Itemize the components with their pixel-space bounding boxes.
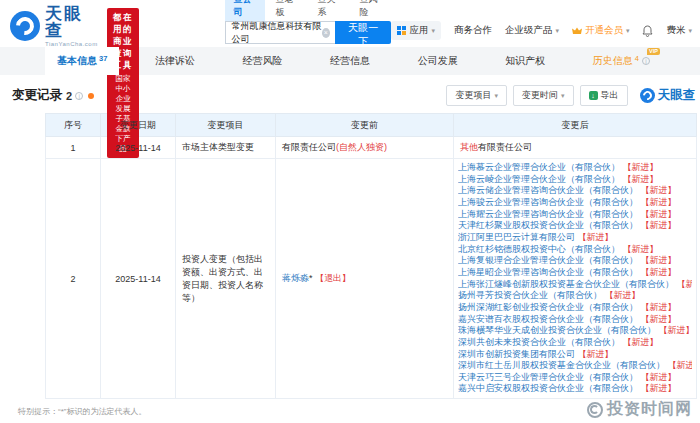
change-after-item: 深圳共创未来投资合伙企业（有限合伙） 【新进】 <box>458 337 692 349</box>
company-link[interactable]: 北京红杉铭德股权投资中心（有限合伙） <box>458 244 620 254</box>
hot-dot-icon <box>88 93 94 99</box>
change-after-item: 上海星昭企业管理咨询合伙企业（有限合伙） 【新进】 <box>458 267 692 279</box>
tianyancha-logo[interactable]: 天眼查 TianYanCha.com <box>10 5 98 47</box>
tab-company-development[interactable]: 公司发展 <box>406 47 470 75</box>
search-tab-relation[interactable]: 查关系 <box>309 0 349 21</box>
company-link[interactable]: 上海耀云企业管理咨询合伙企业（有限合伙） <box>458 209 638 219</box>
cell-no: 2 <box>46 159 101 399</box>
company-link[interactable]: 上海复银理合企业管理合伙企业（有限合伙） <box>458 255 638 265</box>
company-link[interactable]: 上海星昭企业管理咨询合伙企业（有限合伙） <box>458 267 638 277</box>
tianyancha-swirl-icon <box>10 11 40 41</box>
change-after-item: 嘉兴中启安权股权投资合伙企业（有限合伙） 【新进】 <box>458 383 692 395</box>
section-title: 变更记录 <box>12 87 62 104</box>
clear-search-icon[interactable]: × <box>322 28 330 38</box>
tianyancha-swirl-icon <box>640 88 655 103</box>
legal-rep-star: * <box>309 273 313 283</box>
company-link[interactable]: 天津云巧三号企业管理合伙企业（有限合伙） <box>458 372 638 382</box>
company-link[interactable]: 嘉兴中启安权股权投资合伙企业（有限合伙） <box>458 383 638 393</box>
new-entry-tag: 【新进】 <box>602 290 641 300</box>
vip-badge: VIP <box>647 48 660 55</box>
company-link[interactable]: 上海云崚企业管理合伙企业（有限合伙） <box>458 174 620 184</box>
enterprise-product-menu[interactable]: 企业级产品 ▾ <box>505 24 559 37</box>
search-tab-risk[interactable]: 查风险 <box>351 0 391 21</box>
business-cooperation-link[interactable]: 商务合作 <box>454 24 492 37</box>
new-entry-tag: 【新进】 <box>674 279 692 289</box>
new-entry-tag: 【新进】 <box>638 314 677 324</box>
col-header-no: 序号 <box>46 114 101 137</box>
company-link[interactable]: 扬州深湖红影创业投资合伙企业（有限合伙） <box>458 302 638 312</box>
tab-label: 公司发展 <box>418 54 458 68</box>
filter-change-time-button[interactable]: 变更时间 ▾ <box>513 85 574 106</box>
watermark-brand-text: 天眼查 <box>658 87 696 104</box>
cell-item: 投资人变更（包括出资额、出资方式、出资日期、投资人名称等） <box>176 159 276 399</box>
company-link[interactable]: 深圳共创未来投资合伙企业（有限合伙） <box>458 337 620 347</box>
change-after-item: 浙江阿里巴巴云计算有限公司 【新进】 <box>458 232 692 244</box>
change-after-item: 天津云巧三号企业管理合伙企业（有限合伙） 【新进】 <box>458 372 692 384</box>
search-tab-company[interactable]: 查公司 <box>225 0 265 21</box>
tab-legal-litigation[interactable]: 法律诉讼 <box>143 47 207 75</box>
new-entry-tag: 【新进】 <box>575 232 614 242</box>
filter-change-item-button[interactable]: 变更项目 ▾ <box>446 85 507 106</box>
chevron-down-icon: ▾ <box>555 27 559 35</box>
tab-intellectual-property[interactable]: 知识产权 <box>493 47 557 75</box>
company-nav-tabs: 基本信息 37 法律诉讼 经营风险 经营信息 公司发展 知识产权 VIP 历史信… <box>0 47 700 75</box>
search-button[interactable]: 天眼一下 <box>335 21 392 44</box>
change-after-item: 天津红杉聚业股权投资合伙企业（有限合伙） 【新进】 <box>458 220 692 232</box>
notification-bell-icon[interactable] <box>642 25 653 37</box>
col-header-before: 变更前 <box>276 114 454 137</box>
col-header-item: 变更项目 <box>176 114 276 137</box>
change-record-section-header: 变更记录 2 i 变更项目 ▾ 变更时间 ▾ ↓ 导出 天眼 <box>0 83 697 113</box>
new-entry-tag: 【新进】 <box>638 383 677 393</box>
change-after-item: 深圳市红土岳川股权投资基金合伙企业（有限合伙） 【新进】 <box>458 360 692 372</box>
apps-menu[interactable]: 应用 ▾ <box>391 21 441 40</box>
tab-count: 4 <box>635 54 639 63</box>
cell-before: 蒋烁淼* 【退出】 <box>276 159 454 399</box>
tab-history-info[interactable]: VIP 历史信息 4 i <box>581 47 662 75</box>
new-entry-tag: 【新进】 <box>665 360 692 370</box>
filter-label: 变更项目 <box>455 89 491 102</box>
chevron-down-icon: ▾ <box>688 27 692 35</box>
company-link[interactable]: 浙江阿里巴巴云计算有限公司 <box>458 232 575 242</box>
promo-banner: 都在用的商业查询工具 国家中小企业发展子基金旗下产品 <box>107 8 140 158</box>
company-link[interactable]: 上海云储企业管理咨询合伙企业（有限合伙） <box>458 185 638 195</box>
company-link[interactable]: 深圳市红土岳川股权投资基金合伙企业（有限合伙） <box>458 360 665 370</box>
top-header: 天眼查 TianYanCha.com 都在用的商业查询工具 国家中小企业发展子基… <box>0 0 700 47</box>
company-link[interactable]: 珠海横琴华业天成创业投资合伙企业（有限合伙） <box>458 325 656 335</box>
company-link[interactable]: 深圳市创新投资集团有限公司 <box>458 349 575 359</box>
tab-basic-info[interactable]: 基本信息 37 <box>45 47 119 75</box>
change-after-item: 上海云储企业管理咨询合伙企业（有限合伙） 【新进】 <box>458 185 692 197</box>
info-icon[interactable]: i <box>642 57 650 65</box>
change-after-item: 上海张江燧峰创新股权投资基金合伙企业（有限合伙） 【新进】 <box>458 279 692 291</box>
tab-operation-risk[interactable]: 经营风险 <box>231 47 295 75</box>
company-link[interactable]: 天津红杉聚业股权投资合伙企业（有限合伙） <box>458 220 638 230</box>
chevron-down-icon: ▾ <box>561 92 565 100</box>
search-input-value: 常州凯康信息科技有限公司 <box>231 20 321 46</box>
after-text-red: 其他 <box>460 142 478 152</box>
company-link[interactable]: 扬州寻芳投资合伙企业（有限合伙） <box>458 290 602 300</box>
cell-item: 市场主体类型变更 <box>176 137 276 159</box>
chevron-down-icon: ▾ <box>626 27 630 35</box>
tab-operation-info[interactable]: 经营信息 <box>318 47 382 75</box>
before-text: 有限责任公司 <box>282 142 336 152</box>
new-entry-tag: 【新进】 <box>575 349 614 359</box>
cell-no: 1 <box>46 137 101 159</box>
company-link[interactable]: 嘉兴安谱百衣股权投资合伙企业（有限合伙） <box>458 314 638 324</box>
company-link[interactable]: 上海张江燧峰创新股权投资基金合伙企业（有限合伙） <box>458 279 674 289</box>
new-entry-tag: 【新进】 <box>620 337 659 347</box>
company-link[interactable]: 上海慕云企业管理合伙企业（有限合伙） <box>458 162 620 172</box>
search-input[interactable]: 常州凯康信息科技有限公司 × <box>225 21 334 44</box>
user-account-menu[interactable]: 费米 ▾ <box>666 24 692 37</box>
chevron-down-icon: ▾ <box>431 27 435 35</box>
vip-upgrade-menu[interactable]: 开通会员 ▾ <box>572 24 630 37</box>
company-link[interactable]: 上海骏云企业管理咨询合伙企业（有限合伙） <box>458 197 638 207</box>
export-button[interactable]: ↓ 导出 <box>580 85 628 106</box>
watermark-text: 投资时间网 <box>607 399 692 420</box>
info-icon[interactable]: i <box>75 92 83 100</box>
change-after-list: 上海慕云企业管理合伙企业（有限合伙） 【新进】上海云崚企业管理合伙企业（有限合伙… <box>458 162 692 395</box>
tab-count: 37 <box>99 54 107 63</box>
new-entry-tag: 【新进】 <box>620 244 659 254</box>
person-link[interactable]: 蒋烁淼 <box>282 273 309 283</box>
new-entry-tag: 【新进】 <box>620 162 659 172</box>
change-after-item: 嘉兴安谱百衣股权投资合伙企业（有限合伙） 【新进】 <box>458 314 692 326</box>
search-tab-boss[interactable]: 查老板 <box>267 0 307 21</box>
